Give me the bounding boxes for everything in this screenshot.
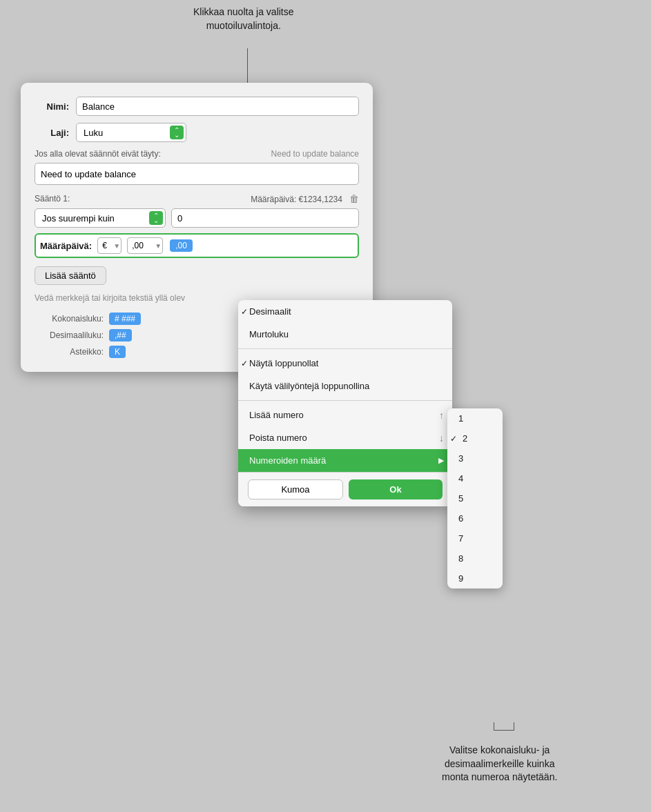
submenu-item-7[interactable]: 7 <box>447 528 503 548</box>
annotation-bottom-line1: Valitse kokonaisluku- ja <box>449 744 550 755</box>
poista-numero-arrow: ↓ <box>439 433 444 444</box>
add-rule-button[interactable]: Lisää sääntö <box>35 266 106 285</box>
rule-select-wrap: Jos suurempi kuin Jos pienempi kuin Jos … <box>35 208 166 228</box>
nimi-label: Nimi: <box>35 101 69 112</box>
annotation-bottom-line3: monta numeroa näytetään. <box>442 771 557 782</box>
decimal-select[interactable]: ,00 ,0 ,000 <box>127 237 163 254</box>
rule-value-input[interactable] <box>171 208 359 228</box>
rule-condition-select[interactable]: Jos suurempi kuin Jos pienempi kuin Jos … <box>35 208 166 228</box>
cancel-button[interactable]: Kumoa <box>248 479 343 499</box>
format-chip-selected[interactable]: ,00 <box>170 239 193 252</box>
laji-select-wrap: Luku Teksti Päivämäärä <box>76 123 186 142</box>
condition-label: Jos alla olevat säännöt eivät täyty: <box>35 149 161 159</box>
dropdown-menu: Desimaalit Murtoluku Näytä loppunollat K… <box>238 300 452 506</box>
menu-item-murtoluku[interactable]: Murtoluku <box>238 323 452 346</box>
rule-header-label: Sääntö 1: <box>35 194 70 204</box>
menu-item-desimaalit[interactable]: Desimaalit <box>238 300 452 323</box>
condition-header: Jos alla olevat säännöt eivät täyty: Nee… <box>35 149 359 159</box>
menu-item-kaytat-label: Käytä välilyöntejä loppunollina <box>249 381 369 391</box>
menu-item-lisaa-label: Lisää numero <box>249 410 304 420</box>
delete-rule-button[interactable]: 🗑 <box>349 193 359 204</box>
submenu-item-5[interactable]: 5 <box>447 488 503 508</box>
menu-item-poista-label: Poista numero <box>249 433 307 443</box>
desimaaliluku-chip[interactable]: ,## <box>109 329 132 341</box>
asteikko-label: Asteikko: <box>35 347 104 357</box>
menu-item-nayta-loppunollat[interactable]: Näytä loppunollat <box>238 352 452 375</box>
nimi-input[interactable] <box>76 97 359 116</box>
menu-item-nayta-label: Näytä loppunollat <box>249 358 318 368</box>
kokonaisluku-label: Kokonaisluku: <box>35 314 104 324</box>
menu-item-desimaalit-label: Desimaalit <box>249 306 291 317</box>
condition-right-text: Need to update balance <box>271 149 359 159</box>
bottom-bracket <box>494 722 514 731</box>
annotation-top: Klikkaa nuolta ja valitse muotoiluvalint… <box>193 6 294 32</box>
rule-condition-row: Jos suurempi kuin Jos pienempi kuin Jos … <box>35 208 359 228</box>
submenu-item-2[interactable]: 2 <box>447 428 503 448</box>
lisaa-numero-arrow: ↑ <box>439 410 444 421</box>
menu-item-numeroiden-label: Numeroiden määrä <box>249 455 326 466</box>
euro-select-wrap: € $ ▼ <box>97 237 122 254</box>
submenu-item-8[interactable]: 8 <box>447 548 503 568</box>
menu-item-lisaa-numero[interactable]: Lisää numero ↑ <box>238 404 452 426</box>
menu-separator-2 <box>238 400 452 401</box>
currency-select[interactable]: € $ <box>97 237 122 254</box>
desimaaliluku-label: Desimaaliluku: <box>35 330 104 340</box>
laji-label: Laji: <box>35 128 69 138</box>
annotation-bottom-line2: desimaalimerkeille kuinka <box>445 758 555 769</box>
rule-header-right-text: Määräpäivä: €1234,1234 <box>251 195 342 204</box>
default-value-input[interactable] <box>35 163 359 185</box>
rule-header: Sääntö 1: Määräpäivä: €1234,1234 🗑 <box>35 193 359 204</box>
decimal-select-wrap: ,00 ,0 ,000 ▼ <box>127 237 163 254</box>
annotation-top-text: Klikkaa nuolta ja valitse muotoiluvalint… <box>193 6 294 31</box>
menu-item-poista-numero[interactable]: Poista numero ↓ <box>238 426 452 449</box>
kokonaisluku-chip[interactable]: # ### <box>109 313 141 325</box>
submenu-item-6[interactable]: 6 <box>447 508 503 528</box>
format-label: Määräpäivä: <box>40 241 92 251</box>
submenu-item-9[interactable]: 9 <box>447 568 503 588</box>
menu-item-murtoluku-label: Murtoluku <box>249 329 289 339</box>
rule-header-right: Määräpäivä: €1234,1234 🗑 <box>251 193 359 204</box>
numeroiden-maara-chevron: ▶ <box>438 456 444 465</box>
submenu-item-1[interactable]: 1 <box>447 408 503 428</box>
menu-footer: Kumoa Ok <box>238 472 452 506</box>
annotation-bottom: Valitse kokonaisluku- ja desimaalimerkei… <box>442 744 557 784</box>
submenu-item-4[interactable]: 4 <box>447 468 503 488</box>
menu-item-numeroiden-maara[interactable]: Numeroiden määrä ▶ <box>238 449 452 472</box>
nimi-row: Nimi: <box>35 97 359 116</box>
laji-spinner[interactable] <box>170 126 184 139</box>
menu-item-kaytat-valiloyonteja[interactable]: Käytä välilyöntejä loppunollina <box>238 375 452 397</box>
drag-hint-text: Vedä merkkejä tai kirjoita tekstiä yllä … <box>35 293 185 303</box>
laji-row: Laji: Luku Teksti Päivämäärä <box>35 123 359 142</box>
asteikko-chip[interactable]: K <box>109 346 126 358</box>
ok-button[interactable]: Ok <box>349 479 443 499</box>
submenu: 1 2 3 4 5 6 7 8 9 <box>447 408 503 588</box>
submenu-item-3[interactable]: 3 <box>447 448 503 468</box>
menu-separator-1 <box>238 348 452 349</box>
rule-spinner[interactable] <box>149 211 163 225</box>
format-row: Määräpäivä: € $ ▼ ,00 ,0 ,000 ▼ ,00 <box>35 233 359 258</box>
